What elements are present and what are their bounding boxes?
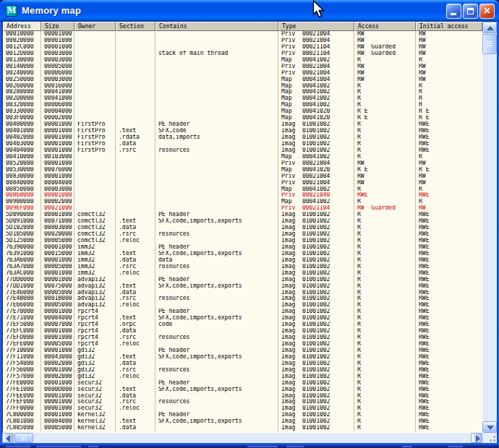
close-button[interactable]: ✕ — [479, 4, 495, 19]
minimize-button[interactable] — [446, 4, 461, 19]
cell-section — [116, 244, 155, 251]
table-row[interactable]: 5D09000000001000comctl32PE headerImag 01… — [3, 212, 482, 218]
table-row[interactable]: 77DD000000001000advapi32PE headerImag 01… — [3, 277, 482, 283]
table-row[interactable]: 77FF000000001000secur32.relocImag 010010… — [3, 405, 482, 412]
table-row[interactable]: 003F000000002000Map 00041020R ER E — [3, 115, 482, 121]
column-header-contains[interactable]: Contains — [155, 22, 278, 31]
column-header-address[interactable]: Address — [3, 22, 41, 31]
scroll-left-button[interactable] — [2, 433, 14, 443]
column-header-section[interactable]: Section — [116, 22, 155, 31]
table-row[interactable]: 0040400000001000FirstPro.rsrcresourcesIm… — [3, 147, 482, 154]
grip-dot — [493, 439, 495, 441]
table-row[interactable]: 77E7000000001000rpcrt4PE headerImag 0100… — [3, 309, 482, 315]
cell-type: Map 00041002 — [278, 199, 354, 205]
cell-access: R — [354, 147, 416, 154]
vertical-scrollbar[interactable] — [482, 22, 497, 433]
horizontal-scrollbar[interactable] — [2, 433, 482, 443]
table-row[interactable]: 0025000000003000Map 00041004RWRW — [3, 77, 482, 83]
table-row[interactable]: 0040100000001000FirstPro.textSFX,codeIma… — [3, 128, 482, 134]
table-row[interactable]: 0012D00000003000stack of main threadPriv… — [3, 51, 482, 57]
table-row[interactable]: 7C80100000084000kernel32.textSFX,code,im… — [3, 418, 482, 425]
table-row[interactable]: 0052000000001000Priv 00021004RWRW — [3, 160, 482, 167]
table-row[interactable]: 77E4B0000001B000advapi32.rsrcresourcesIm… — [3, 296, 482, 302]
column-header-initial-access[interactable]: Initial access — [416, 22, 482, 31]
table-row[interactable]: 77F5700000002000gdi32.relocImag 01001002… — [3, 374, 482, 380]
app-icon[interactable]: M — [6, 5, 17, 17]
table-row[interactable]: 0090000000002000Map 00041002RR — [3, 199, 482, 205]
table-row[interactable]: 0024000000006000Priv 00021004RWRW — [3, 70, 482, 77]
cell-owner: secur32 — [74, 387, 116, 393]
table-row[interactable]: 0085000000003000Map 00041002RR — [3, 186, 482, 193]
table-row[interactable]: 002D000000041000Map 00041002RR — [3, 95, 482, 102]
table-row[interactable]: 0012C00000001000Priv 00021104RW GuardedR… — [3, 44, 482, 51]
table-row[interactable]: 77FE10000000D000secur32.textSFX,code,imp… — [3, 387, 482, 393]
table-row[interactable]: 0001000000001000Priv 00021004RWRW — [3, 31, 482, 38]
table-row[interactable]: 0053000000076000Map 00041020R ER E — [3, 167, 482, 173]
cell-owner: imm32 — [74, 270, 116, 277]
table-row[interactable]: 0041000000103000Map 00041002RR — [3, 154, 482, 160]
table-row[interactable]: 0028000000041000Map 00041002RR — [3, 89, 482, 95]
table-row[interactable]: 0040000000001000FirstProPE headerImag 01… — [3, 121, 482, 128]
scroll-right-button[interactable] — [471, 433, 482, 443]
table-row[interactable]: 763A600000001000imm32.datadataImag 01001… — [3, 257, 482, 264]
table-row[interactable]: 77DD100000075000advapi32.textSFX,code,im… — [3, 283, 482, 290]
table-row[interactable]: 77EFE00000005000rpcrt4.relocImag 0100100… — [3, 341, 482, 348]
table-row[interactable]: 77FEF00000001000secur32.rsrcresourcesIma… — [3, 399, 482, 405]
column-header-access[interactable]: Access — [354, 22, 416, 31]
table-row[interactable]: 77EFD00000001000rpcrt4.rsrcresourcesImag… — [3, 335, 482, 341]
vertical-scrollbar-thumb[interactable] — [482, 34, 497, 54]
table-row[interactable]: 77F1000000001000gdi32PE headerImag 01001… — [3, 348, 482, 354]
column-header-size[interactable]: Size — [41, 22, 74, 31]
table-row[interactable]: 0083000000001000Priv 00021004RWRW — [3, 173, 482, 180]
column-header-type[interactable]: Type — [278, 22, 354, 31]
table-row[interactable]: 0040200000001000FirstPro.rdatadata,impor… — [3, 134, 482, 141]
cell-access: R — [354, 102, 416, 108]
titlebar[interactable]: M Memory map ✕ — [0, 0, 499, 22]
table-row[interactable]: 7C80000000001000kernel32PE headerImag 01… — [3, 412, 482, 418]
table-row[interactable]: 77FEE00000001000secur32.dataImag 0100100… — [3, 393, 482, 400]
cell-size: 00003000 — [41, 186, 74, 193]
table-row[interactable]: 7639100000015000imm32.textSFX,code,impor… — [3, 251, 482, 257]
resize-grip[interactable] — [482, 433, 497, 443]
table-row[interactable]: 5D10200000003000comctl32.dataImag 010010… — [3, 225, 482, 231]
table-row[interactable]: 5D10500000020000comctl32.rsrcresourcesIm… — [3, 231, 482, 238]
cell-section: .rdata — [116, 134, 155, 141]
table-row[interactable]: 0086000000001000Priv 00021040RWERWE — [3, 192, 482, 199]
table-row[interactable]: 763A700000005000imm32.rsrcresourcesImag … — [3, 264, 482, 270]
table-row[interactable]: 77E7100000084000rpcrt4.textSFX,code,impo… — [3, 315, 482, 322]
table-row[interactable]: 5D12500000005000comctl32.relocImag 01001… — [3, 238, 482, 244]
column-header-owner[interactable]: Owner — [74, 22, 116, 31]
table-row[interactable]: 77EFC00000001000rpcrt4.dataImag 01001002… — [3, 328, 482, 335]
table-row[interactable]: 77E6600000005000advapi32.relocImag 01001… — [3, 302, 482, 309]
cell-initial-access: RW — [416, 205, 482, 212]
horizontal-scrollbar-thumb[interactable] — [14, 433, 33, 443]
table-row[interactable]: 0033000000004000Map 00041020R ER E — [3, 108, 482, 115]
table-row[interactable]: 5D09100000071000comctl32.textSFX,code,im… — [3, 218, 482, 225]
scroll-down-button[interactable] — [482, 421, 497, 433]
cell-section: .reloc — [116, 374, 155, 380]
table-row[interactable]: 0032000000006000Map 00041002RR — [3, 102, 482, 108]
table-row[interactable]: 7639000000001000imm32PE headerImag 01001… — [3, 244, 482, 251]
table-row[interactable]: 0026000000016000Map 00041002RR — [3, 83, 482, 90]
table-row[interactable]: 0014000000005000Priv 00021004RWRW — [3, 64, 482, 70]
cell-address: 00402000 — [3, 134, 41, 141]
cell-access: R — [354, 374, 416, 380]
table-row[interactable]: 0084000000004000Priv 00021004RWRW — [3, 180, 482, 186]
table-row[interactable]: 763AC00000001000imm32.relocImag 01001002… — [3, 270, 482, 277]
table-row[interactable]: 77F5400000002000gdi32.dataImag 01001002R… — [3, 361, 482, 367]
cell-contains — [155, 70, 278, 77]
table-row[interactable]: 77EF500000007000rpcrt4.orpccodeImag 0100… — [3, 322, 482, 328]
table-row[interactable]: 77FE000000001000secur32PE headerImag 010… — [3, 380, 482, 387]
table-row[interactable]: 77F1100000043000gdi32.textSFX,code,impor… — [3, 354, 482, 361]
maximize-button[interactable] — [463, 4, 478, 19]
scroll-up-button[interactable] — [482, 22, 497, 33]
table-row[interactable]: 0040300000001000FirstPro.dataImag 010010… — [3, 141, 482, 147]
table-row[interactable]: 009EF00000021000Priv 00021104RW GuardedR… — [3, 205, 482, 212]
table-row[interactable]: 0002000000001000Priv 00021004RWRW — [3, 38, 482, 44]
table-row[interactable]: 7C88500000005000kernel32.dataImag 010010… — [3, 425, 482, 431]
table-row[interactable]: 77E4600000005000advapi32.dataImag 010010… — [3, 290, 482, 296]
table-row[interactable]: 77F5600000001000gdi32.rsrcresourcesImag … — [3, 367, 482, 374]
cell-owner — [74, 180, 116, 186]
table-row[interactable]: 0013000000003000Map 00041002RR — [3, 57, 482, 64]
cell-contains: code — [155, 322, 278, 328]
